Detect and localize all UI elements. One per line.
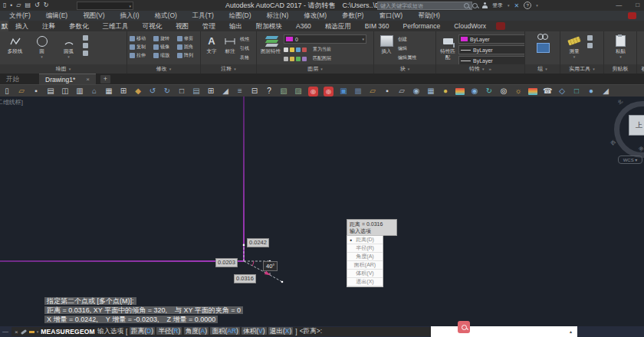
tool-table[interactable]: 表格 [240,54,249,61]
viewport-controls-label[interactable]: [-][俯视][二维线框] [0,98,23,106]
context-menu-item[interactable]: 角度(A) [347,253,383,261]
sun-icon[interactable]: ☼ [514,85,523,97]
layer-off-icon[interactable] [284,47,288,52]
undo-icon[interactable]: ↺ [148,85,157,97]
view-icon[interactable]: ▦ [104,85,113,97]
ribbon-tab[interactable]: 附加模块 [249,21,289,31]
layers-icon[interactable]: ≡ [235,85,245,97]
panel-label-properties[interactable]: 特性▾» [436,64,524,74]
menu-item[interactable]: 修改(M) [296,11,334,21]
tool-measure[interactable]: 测量 ▾ [563,34,586,59]
plot-icon[interactable]: ▥ [75,85,84,97]
menu-item[interactable]: 编辑(E) [38,11,75,21]
tool-mirror[interactable]: 镜像 [153,44,175,51]
context-menu-item[interactable]: 体积(V) [347,270,383,278]
ribbon-tab[interactable]: A360 [289,21,318,31]
camera-icon[interactable]: ◉ [470,85,479,97]
snapshot-icon[interactable]: ◎ [499,85,508,97]
panel-label-annotate[interactable]: 注释▾ [201,64,256,74]
ribbon-tab[interactable]: 三维工具 [96,21,136,31]
redo-icon[interactable]: ↻ [163,85,172,97]
tool-leader[interactable]: 引线 [240,45,249,52]
ribbon-tab[interactable]: 输出 [222,21,249,31]
open-icon[interactable]: ▱ [16,0,21,11]
new-tab-button[interactable]: + [100,75,110,83]
command-option-A[interactable]: 角度(A) [184,327,209,335]
layer-on-icon[interactable] [284,57,288,61]
maximize-button[interactable]: □ [636,0,639,11]
tool-create-block[interactable]: 创建 [398,36,416,43]
print-icon[interactable]: ▤ [46,85,55,97]
group-icon[interactable] [537,34,548,40]
sheet-set-icon[interactable]: ▧ [279,85,288,97]
layer-select[interactable]: 0 ▾ [284,34,366,44]
panel-label-layers[interactable]: 图层▾ [257,64,373,74]
tool-polyline[interactable]: 多段线 [2,34,28,54]
a360-sync-icon[interactable]: ▣ [339,85,348,97]
object-color-select[interactable]: ByLayer ▾ [458,34,524,44]
sign-in-button[interactable]: 登录 [492,2,503,9]
overlay-search-icon[interactable] [458,321,470,333]
rectangle-icon[interactable] [83,35,88,41]
cube-3d-icon[interactable]: ◇ [557,85,567,97]
command-option-AR[interactable]: 面积(AR) [210,327,240,335]
ribbon-tab[interactable]: 注释 [35,21,62,31]
ribbon-tab[interactable]: 插入 [8,21,35,31]
publish-icon[interactable]: ⌂ [90,85,99,97]
favorite-icon[interactable]: ◆ [133,85,143,97]
preview-icon[interactable]: ◫ [61,85,70,97]
render-image-icon[interactable]: ▩ [353,85,363,97]
tool-arc[interactable]: 圆弧 ▾ [56,34,81,59]
layer-isolate-icon[interactable] [302,47,307,52]
help-icon[interactable]: ? [524,2,531,9]
tab-start[interactable]: 开始 [0,74,25,84]
ribbon-tab[interactable]: 可视化 [136,21,169,31]
tool-rotate[interactable]: 旋转 [153,35,175,42]
customize-wrench-icon[interactable] [21,329,27,334]
material-browser-icon[interactable] [455,88,465,95]
refresh-icon[interactable]: ↻ [485,85,494,97]
print-icon[interactable]: ▤ [25,0,31,11]
import-icon[interactable]: ▱ [397,85,406,97]
tool-edit-attributes[interactable]: 编辑属性 [398,54,416,61]
minimize-button[interactable]: — [616,0,622,11]
calculator-icon[interactable]: ⊟ [250,85,259,97]
tool-linear[interactable]: 线性 [240,36,249,43]
etransmit-icon[interactable]: ⊞ [119,85,128,97]
id-point-icon[interactable] [587,35,593,41]
tool-text[interactable]: A 文字 [203,34,220,54]
tool-edit-block[interactable]: 编辑 [398,45,416,52]
viewcube-wcs-dropdown[interactable]: WCS ▾ [618,155,642,164]
tool-paste[interactable]: 粘贴 ▾ [610,34,632,59]
menu-item[interactable]: 绘图(D) [222,11,259,21]
tool-layer-properties[interactable]: 图层特性 [259,34,282,54]
menu-item[interactable]: 视图(V) [75,11,112,21]
context-menu-item[interactable]: 距离(D)● [347,236,383,244]
ribbon-tab[interactable]: 管理 [196,21,222,31]
tool-array[interactable]: 阵列 [177,52,199,59]
user-icon[interactable] [482,2,488,8]
tool-insert-block[interactable]: 插入 [376,34,396,54]
undo-icon[interactable]: ↺ [34,0,40,11]
command-line[interactable]: × ▾ MEASUREGEOM 输入选项 [ 距离(D) 半径(R) 角度(A)… [12,327,436,336]
markup-icon[interactable]: ▨ [294,85,303,97]
new-file-icon[interactable]: ▯ [3,0,6,11]
lineweight-select[interactable]: ByLayer ▾ [458,45,524,54]
panel-label-draw[interactable]: 绘图▾ [0,64,127,74]
menu-item[interactable]: 插入(I) [113,11,147,21]
menu-item[interactable]: 窗口(W) [371,11,410,21]
close-icon[interactable]: × [86,74,90,85]
chevron-down-icon[interactable]: ▾ [37,329,39,334]
material-editor-icon[interactable] [528,88,537,95]
linetype-select[interactable]: ByLayer ▾ [458,56,524,64]
context-menu-item[interactable]: 半径(R) [347,244,383,253]
ribbon-tab[interactable]: 视图 [169,21,196,31]
record-alt-icon[interactable]: ◎ [324,87,334,97]
hatch-icon[interactable] [83,51,88,56]
layer-thaw-icon[interactable] [290,57,294,61]
layer-lock-icon[interactable] [296,47,301,52]
osnap-icon[interactable]: ◉ [412,85,421,97]
panel-label-modify[interactable]: 修改▾ [127,64,200,74]
match-layer-button[interactable]: 匹配图层 [313,55,331,62]
sketch-icon[interactable]: ◢ [601,85,610,97]
